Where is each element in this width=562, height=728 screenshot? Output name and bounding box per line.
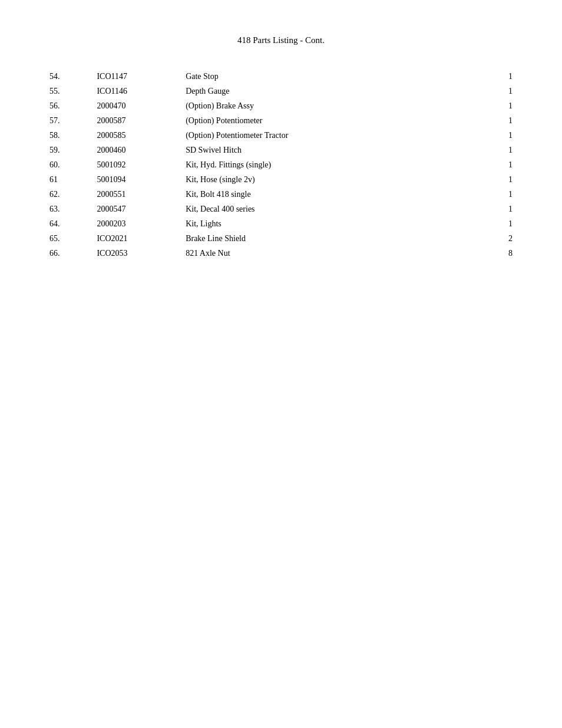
part-number: 2000203 <box>94 216 183 231</box>
part-number: 2000587 <box>94 113 183 128</box>
part-description: Kit, Lights <box>183 216 480 231</box>
row-number: 61 <box>47 172 94 187</box>
part-quantity: 1 <box>480 187 515 202</box>
part-number: ICO2021 <box>94 231 183 246</box>
row-number: 55. <box>47 84 94 98</box>
part-quantity: 8 <box>480 246 515 261</box>
row-number: 64. <box>47 216 94 231</box>
part-description: Kit, Hyd. Fittings (single) <box>183 157 480 172</box>
part-description: 821 Axle Nut <box>183 246 480 261</box>
part-number: ICO1147 <box>94 69 183 84</box>
row-number: 59. <box>47 143 94 157</box>
table-row: 56. 2000470 (Option) Brake Assy 1 <box>47 98 515 113</box>
row-number: 65. <box>47 231 94 246</box>
part-description: Kit, Bolt 418 single <box>183 187 480 202</box>
part-quantity: 1 <box>480 172 515 187</box>
part-quantity: 1 <box>480 69 515 84</box>
part-description: Brake Line Shield <box>183 231 480 246</box>
part-quantity: 1 <box>480 143 515 157</box>
part-description: SD Swivel Hitch <box>183 143 480 157</box>
part-description: Kit, Decal 400 series <box>183 202 480 216</box>
row-number: 62. <box>47 187 94 202</box>
table-row: 60. 5001092 Kit, Hyd. Fittings (single) … <box>47 157 515 172</box>
part-description: Kit, Hose (single 2v) <box>183 172 480 187</box>
table-row: 65. ICO2021 Brake Line Shield 2 <box>47 231 515 246</box>
row-number: 57. <box>47 113 94 128</box>
table-row: 64. 2000203 Kit, Lights 1 <box>47 216 515 231</box>
part-quantity: 1 <box>480 157 515 172</box>
table-row: 58. 2000585 (Option) Potentiometer Tract… <box>47 128 515 143</box>
part-description: (Option) Potentiometer Tractor <box>183 128 480 143</box>
part-number: 5001094 <box>94 172 183 187</box>
part-number: ICO1146 <box>94 84 183 98</box>
row-number: 56. <box>47 98 94 113</box>
part-description: (Option) Potentiometer <box>183 113 480 128</box>
table-row: 57. 2000587 (Option) Potentiometer 1 <box>47 113 515 128</box>
part-description: (Option) Brake Assy <box>183 98 480 113</box>
table-row: 59. 2000460 SD Swivel Hitch 1 <box>47 143 515 157</box>
part-number: 2000460 <box>94 143 183 157</box>
row-number: 58. <box>47 128 94 143</box>
part-number: 2000585 <box>94 128 183 143</box>
part-description: Depth Gauge <box>183 84 480 98</box>
part-number: 5001092 <box>94 157 183 172</box>
table-row: 55. ICO1146 Depth Gauge 1 <box>47 84 515 98</box>
part-quantity: 2 <box>480 231 515 246</box>
part-quantity: 1 <box>480 98 515 113</box>
part-number: ICO2053 <box>94 246 183 261</box>
part-number: 2000551 <box>94 187 183 202</box>
table-row: 62. 2000551 Kit, Bolt 418 single 1 <box>47 187 515 202</box>
part-quantity: 1 <box>480 216 515 231</box>
table-row: 54. ICO1147 Gate Stop 1 <box>47 69 515 84</box>
part-quantity: 1 <box>480 113 515 128</box>
part-description: Gate Stop <box>183 69 480 84</box>
row-number: 63. <box>47 202 94 216</box>
part-quantity: 1 <box>480 128 515 143</box>
part-quantity: 1 <box>480 84 515 98</box>
part-quantity: 1 <box>480 202 515 216</box>
table-row: 61 5001094 Kit, Hose (single 2v) 1 <box>47 172 515 187</box>
row-number: 54. <box>47 69 94 84</box>
table-row: 63. 2000547 Kit, Decal 400 series 1 <box>47 202 515 216</box>
table-row: 66. ICO2053 821 Axle Nut 8 <box>47 246 515 261</box>
row-number: 60. <box>47 157 94 172</box>
part-number: 2000470 <box>94 98 183 113</box>
page-title: 418 Parts Listing - Cont. <box>47 35 515 45</box>
part-number: 2000547 <box>94 202 183 216</box>
parts-table: 54. ICO1147 Gate Stop 1 55. ICO1146 Dept… <box>47 69 515 261</box>
row-number: 66. <box>47 246 94 261</box>
